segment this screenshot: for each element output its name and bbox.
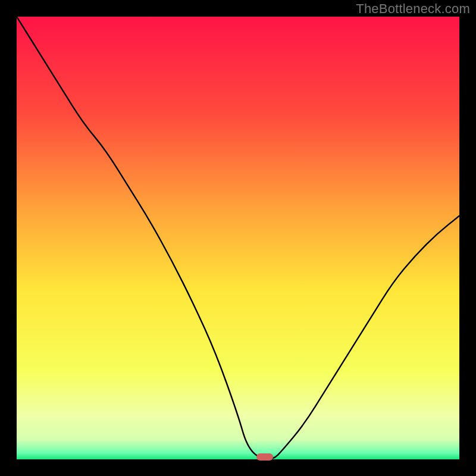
minimum-marker xyxy=(256,453,273,461)
gradient-background xyxy=(17,17,459,459)
chart-frame: TheBottleneck.com xyxy=(0,0,476,476)
watermark-text: TheBottleneck.com xyxy=(356,1,470,17)
plot-area xyxy=(17,17,459,459)
chart-svg xyxy=(17,17,459,459)
